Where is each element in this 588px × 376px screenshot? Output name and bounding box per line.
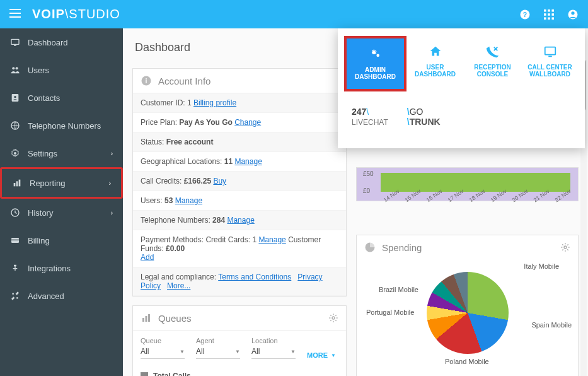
livechat-link[interactable]: 247\ LIVECHAT <box>352 107 388 127</box>
panel-title: Spending <box>382 242 422 253</box>
manage-users-link[interactable]: Manage <box>175 196 202 205</box>
user-dashboard-tile[interactable]: USER DASHBOARD <box>406 36 464 91</box>
sidebar-label: Settings <box>28 149 57 158</box>
admin-dashboard-tile[interactable]: ADMIN DASHBOARD <box>344 36 406 91</box>
account-icon[interactable] <box>567 9 579 20</box>
svg-rect-9 <box>548 17 550 20</box>
sidebar-item-dashboard[interactable]: Dashboard <box>0 28 123 56</box>
gotrunk-link[interactable]: \GO \TRUNK <box>407 107 441 127</box>
svg-point-16 <box>16 67 18 69</box>
terms-link[interactable]: Terms and Conditions <box>218 273 291 281</box>
svg-rect-31 <box>142 318 144 322</box>
total-calls-label: Total Calls <box>153 372 191 376</box>
info-row: Customer ID: 1 Billing profile <box>133 93 346 113</box>
value: 53 <box>164 196 175 205</box>
filter-label: Location <box>251 337 296 344</box>
svg-text:?: ? <box>523 10 527 18</box>
label: Geographical Locations: <box>141 157 224 166</box>
help-icon[interactable]: ? <box>519 9 531 20</box>
sidebar-label: Advanced <box>28 291 64 301</box>
svg-point-37 <box>376 54 379 57</box>
svg-rect-33 <box>148 314 150 322</box>
pie-chart: Italy Mobile Spain Mobile Poland Mobile … <box>357 259 578 367</box>
pie-label: Brazil Mobile <box>379 286 418 293</box>
sidebar-item-numbers[interactable]: Telephone Numbers <box>0 112 123 139</box>
svg-point-28 <box>16 297 18 299</box>
add-funds-link[interactable]: Add <box>141 253 154 262</box>
more-link[interactable]: More... <box>167 281 190 290</box>
svg-rect-2 <box>544 9 546 12</box>
svg-text:i: i <box>146 77 147 85</box>
queue-filter[interactable]: Queue All▼ <box>141 337 185 359</box>
apps-icon[interactable] <box>543 9 555 20</box>
value: Free account <box>166 138 214 146</box>
svg-point-35 <box>564 246 567 249</box>
change-plan-link[interactable]: Change <box>234 118 261 127</box>
gear-icon[interactable] <box>328 313 338 323</box>
manage-payment-link[interactable]: Manage <box>258 235 285 244</box>
chevron-down-icon: ▼ <box>180 349 185 355</box>
sidebar-label: Contacts <box>28 93 60 103</box>
sidebar-item-settings[interactable]: Settings › <box>0 139 123 167</box>
filter-value: All <box>141 347 149 356</box>
buy-credits-link[interactable]: Buy <box>213 177 226 185</box>
svg-point-18 <box>14 96 16 98</box>
label: Call Credits: <box>141 177 184 185</box>
reception-console-tile[interactable]: RECEPTION CONSOLE <box>464 36 521 91</box>
sidebar-item-advanced[interactable]: Advanced <box>0 282 123 310</box>
chart-icon <box>141 312 152 324</box>
agent-filter[interactable]: Agent All▼ <box>196 337 240 359</box>
billing-profile-link[interactable]: Billing profile <box>193 98 236 107</box>
value: 284 <box>212 216 227 225</box>
svg-rect-23 <box>19 180 21 187</box>
label: Legal and compliance: <box>141 273 218 281</box>
bar-series <box>381 173 570 192</box>
wallboard-tile[interactable]: CALL CENTER WALLBOARD <box>521 36 579 91</box>
sidebar-item-integrations[interactable]: Integrations <box>0 254 123 282</box>
sidebar-label: Reporting <box>30 179 65 188</box>
svg-rect-38 <box>545 47 555 55</box>
label: Payment Methods: Credit Cards: 1 <box>141 235 258 244</box>
tile-label: ADMIN DASHBOARD <box>349 66 401 80</box>
app-logo: VOIP\STUDIO <box>32 7 120 21</box>
manage-numbers-link[interactable]: Manage <box>227 216 254 225</box>
pie <box>427 272 509 354</box>
gear-icon[interactable] <box>560 242 570 252</box>
pie-label: Italy Mobile <box>524 262 559 270</box>
manage-geo-link[interactable]: Manage <box>234 157 262 166</box>
svg-rect-39 <box>548 56 552 57</box>
svg-point-15 <box>12 67 14 69</box>
spending-bar-chart: £50 £0 14 Nov 15 Nov 16 Nov 17 Nov 18 No… <box>356 167 579 201</box>
svg-rect-6 <box>548 13 550 16</box>
value: £0.00 <box>166 244 185 253</box>
logo-part1: VOIP <box>32 7 65 21</box>
sidebar-label: Dashboard <box>28 38 68 47</box>
svg-rect-4 <box>551 9 554 12</box>
value: £166.25 <box>184 177 214 185</box>
menu-icon[interactable] <box>9 9 21 20</box>
value: Pay As You Go <box>179 118 234 127</box>
location-filter[interactable]: Location All▼ <box>251 337 296 359</box>
total-calls-row[interactable]: − Total Calls <box>133 365 346 376</box>
sidebar-item-contacts[interactable]: Contacts <box>0 84 123 112</box>
label: Customer ID: 1 <box>141 98 193 107</box>
svg-rect-7 <box>551 13 554 16</box>
svg-rect-5 <box>544 13 546 16</box>
panel-header: Queues <box>133 306 346 331</box>
svg-rect-21 <box>14 183 16 186</box>
sidebar-item-billing[interactable]: Billing <box>0 226 123 254</box>
label: Telephone Numbers: <box>141 216 212 225</box>
sidebar-item-users[interactable]: Users <box>0 56 123 84</box>
sidebar-item-reporting[interactable]: Reporting › <box>0 167 123 199</box>
value: 11 <box>224 157 235 166</box>
tile-label: CALL CENTER WALLBOARD <box>524 64 576 78</box>
filter-value: All <box>196 347 204 356</box>
sidebar-item-history[interactable]: History › <box>0 199 123 226</box>
tile-label: RECEPTION CONSOLE <box>466 64 519 78</box>
more-button[interactable]: MORE ▼ <box>307 351 336 359</box>
logo-part2: STUDIO <box>69 7 120 21</box>
panel-title: Queues <box>158 313 192 324</box>
pie-icon <box>364 242 376 253</box>
y-tick: £50 <box>363 170 374 177</box>
info-row: Call Credits: £166.25 Buy <box>133 172 346 191</box>
